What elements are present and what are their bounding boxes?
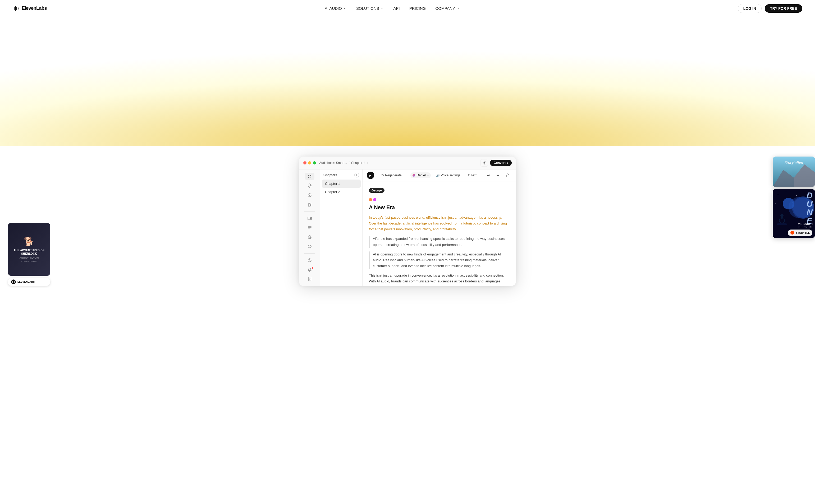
- video-icon: [308, 216, 312, 221]
- sherlock-book-cover: 🐕 THE ADVENTURES OF SHERLOCK ARTHUR CONA…: [8, 223, 50, 276]
- svg-rect-5: [15, 38, 17, 40]
- nav-api[interactable]: API: [390, 4, 404, 13]
- lock-button[interactable]: [504, 172, 512, 178]
- svg-rect-0: [14, 7, 15, 10]
- book-author: ARTHUR CONAN: [20, 256, 39, 259]
- sidebar-translate-btn[interactable]: [305, 233, 314, 241]
- nav-ai-audio[interactable]: AI AUDIO ▾: [321, 4, 350, 13]
- svg-rect-18: [308, 217, 310, 220]
- svg-rect-9: [308, 175, 309, 176]
- breadcrumb-separator: /: [349, 161, 349, 165]
- sidebar-notification-btn[interactable]: [305, 266, 314, 273]
- regenerate-button[interactable]: ↻ Regenerate: [379, 172, 404, 178]
- text-button[interactable]: T Text: [466, 172, 479, 178]
- svg-point-29: [796, 195, 797, 196]
- chevron-down-icon: ▾: [456, 7, 460, 10]
- para-4: This isn't just an upgrade in convenienc…: [369, 273, 510, 286]
- notification-badge: [312, 267, 313, 269]
- book-left-card: 🐕 THE ADVENTURES OF SHERLOCK ARTHUR CONA…: [8, 223, 50, 286]
- svg-point-16: [309, 195, 310, 196]
- sidebar-page-btn[interactable]: [305, 276, 314, 283]
- sidebar-chapters-btn[interactable]: [305, 173, 314, 180]
- nav-company[interactable]: COMPANY ▾: [432, 4, 464, 13]
- sidebar-copy-btn[interactable]: [305, 201, 314, 208]
- navbar: ElevenLabs AI AUDIO ▾ SOLUTIONS ▾ API PR…: [0, 0, 815, 17]
- dune-messiah-text: MESSIAH: [798, 222, 813, 226]
- hero-title: Structure, edit, and generate long-form …: [13, 49, 198, 104]
- breadcrumb-arrow: ‹: [367, 161, 368, 165]
- sidebar-history-btn[interactable]: [305, 257, 314, 264]
- svg-point-28: [786, 191, 786, 192]
- svg-point-27: [778, 194, 778, 195]
- breadcrumb-part1: Audiobook: Smart...: [319, 161, 347, 165]
- blockquote-2: AI is opening doors to new kinds of enga…: [369, 251, 510, 269]
- nav-solutions[interactable]: SOLUTIONS ▾: [352, 4, 388, 13]
- svg-rect-10: [310, 175, 311, 176]
- projects-icon: [13, 34, 21, 42]
- convert-button[interactable]: Convert ▾: [490, 160, 512, 166]
- svg-point-39: [777, 223, 787, 225]
- storytellen-book-cover: Storytellen: [773, 157, 815, 187]
- bell-icon: [308, 268, 312, 272]
- svg-rect-7: [17, 38, 19, 40]
- translate-icon: [308, 235, 312, 239]
- chevron-down-icon: ▾: [507, 162, 508, 164]
- person-silhouette: [775, 212, 789, 225]
- svg-rect-4: [15, 36, 17, 38]
- speaker-icon: 🔊: [436, 174, 440, 177]
- voice-dot: [413, 174, 415, 177]
- undo-button[interactable]: ↩: [485, 172, 492, 178]
- chevron-down-icon: ▾: [380, 7, 384, 10]
- login-button[interactable]: LOG IN: [738, 4, 762, 13]
- chevron-down-icon: ▾: [343, 7, 347, 10]
- sidebar-video-btn[interactable]: [305, 215, 314, 222]
- redo-button[interactable]: ↪: [494, 172, 502, 178]
- lock-icon: [506, 173, 510, 177]
- play-button[interactable]: ▶: [367, 172, 374, 179]
- window-close[interactable]: [303, 161, 306, 164]
- window-maximize[interactable]: [313, 161, 316, 164]
- window-minimize[interactable]: [308, 161, 311, 164]
- dune-book-cover: DUNE MESSIAH HERBERT STO: [773, 189, 815, 238]
- page-icon: [308, 277, 312, 281]
- sidebar-voice-btn[interactable]: [305, 191, 314, 199]
- svg-rect-17: [308, 204, 310, 206]
- hero-badge-label: PROJECTS: [24, 36, 45, 40]
- voice-settings-button[interactable]: 🔊 Voice settings: [434, 172, 463, 178]
- svg-point-32: [775, 203, 776, 204]
- sidebar-effects-btn[interactable]: [305, 243, 314, 250]
- add-chapter-button[interactable]: +: [354, 173, 359, 177]
- voice-dot-orange: [369, 198, 372, 201]
- voice-dot-pink: [373, 198, 376, 201]
- app-sidebar: [299, 169, 320, 286]
- toolbar-divider-2: [407, 173, 407, 178]
- voice-selector[interactable]: Daniel ▾: [410, 172, 431, 178]
- try-for-free-button[interactable]: TRY FOR FREE: [765, 4, 802, 13]
- sidebar-text-btn[interactable]: [305, 224, 314, 231]
- logo[interactable]: ElevenLabs: [13, 5, 47, 12]
- blockquote-1: AI's role has expanded from enhancing sp…: [369, 236, 510, 248]
- copy-icon: [308, 202, 312, 207]
- svg-rect-11: [308, 177, 309, 178]
- svg-point-8: [484, 162, 485, 163]
- hero-subtitle: Your comprehensive workflow for turning …: [13, 111, 171, 125]
- explore-plans-button[interactable]: EXPLORE PLANS: [13, 135, 58, 146]
- sidebar-mic-btn[interactable]: [305, 182, 314, 190]
- settings-button[interactable]: [480, 159, 488, 167]
- gear-icon: [482, 161, 486, 165]
- nav-items: AI AUDIO ▾ SOLUTIONS ▾ API PRICING COMPA…: [321, 4, 464, 13]
- breadcrumb-part2[interactable]: Chapter 1: [351, 161, 365, 165]
- nav-pricing[interactable]: PRICING: [406, 4, 430, 13]
- voice-dots: [369, 198, 510, 201]
- microphone-icon: [308, 184, 312, 188]
- editor-body-text: In today's fast-paced business world, ef…: [369, 215, 510, 286]
- chapters-icon: [308, 174, 312, 178]
- window-controls: [303, 161, 316, 164]
- chapter-2-item[interactable]: Chapter 2: [322, 188, 361, 196]
- storytel-badge: STORYTEL: [788, 230, 812, 236]
- svg-rect-2: [16, 7, 17, 10]
- book-covers-right: Storytellen: [773, 157, 815, 238]
- editor-content[interactable]: George A New Era In today's fast-paced b…: [363, 181, 516, 286]
- hero-section: PROJECTS Structure, edit, and generate l…: [0, 17, 815, 146]
- chapter-1-item[interactable]: Chapter 1: [322, 180, 361, 188]
